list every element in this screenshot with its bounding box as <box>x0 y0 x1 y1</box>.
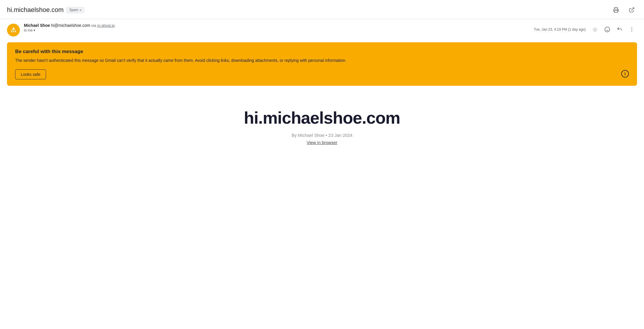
info-icon-button[interactable]: i <box>621 70 629 78</box>
warning-text: The sender hasn't authenticated this mes… <box>15 57 423 64</box>
star-icon: ☆ <box>592 26 598 33</box>
sender-info: Michael Shoe hi@michaelshoe.com via m.gh… <box>24 23 115 32</box>
sender-name-line: Michael Shoe hi@michaelshoe.com via m.gh… <box>24 23 115 28</box>
sender-name: Michael Shoe <box>24 23 50 28</box>
view-in-browser-link[interactable]: View in browser <box>307 140 337 145</box>
timestamp: Tue, Jan 23, 4:19 PM (1 day ago) <box>534 27 586 32</box>
email-header: hi.michaelshoe.com Spam × <box>0 0 644 19</box>
more-options-button[interactable] <box>627 24 637 35</box>
emoji-icon <box>604 27 610 32</box>
to-me-dropdown[interactable]: to me ▾ <box>24 28 115 32</box>
to-me-label: to me <box>24 28 33 32</box>
print-icon <box>613 7 619 13</box>
warning-title: Be careful with this message <box>15 49 629 55</box>
looks-safe-button[interactable]: Looks safe <box>15 69 46 79</box>
email-subject: hi.michaelshoe.com <box>7 6 64 14</box>
svg-rect-0 <box>615 10 617 13</box>
header-actions <box>611 5 637 15</box>
spam-label: Spam <box>69 8 78 12</box>
warning-icon: ⚠ <box>10 26 16 34</box>
avatar: ⚠ <box>7 24 20 36</box>
reply-button[interactable] <box>614 24 625 35</box>
open-external-button[interactable] <box>627 5 637 15</box>
spam-close-button[interactable]: × <box>80 8 82 12</box>
sender-right: Tue, Jan 23, 4:19 PM (1 day ago) ☆ <box>534 23 637 35</box>
more-icon <box>629 27 635 32</box>
print-button[interactable] <box>611 5 621 15</box>
sender-row: ⚠ Michael Shoe hi@michaelshoe.com via m.… <box>0 19 644 39</box>
svg-point-6 <box>631 27 632 28</box>
open-external-icon <box>629 7 635 13</box>
email-byline: By Michael Shoe • 23 Jan 2024 <box>292 133 353 138</box>
sender-left: ⚠ Michael Shoe hi@michaelshoe.com via m.… <box>7 23 115 36</box>
action-icons: ☆ <box>590 24 637 35</box>
chevron-down-icon: ▾ <box>34 28 35 32</box>
email-site-title: hi.michaelshoe.com <box>244 108 400 127</box>
star-button[interactable]: ☆ <box>590 24 600 35</box>
svg-line-2 <box>631 8 634 10</box>
svg-point-3 <box>605 27 610 32</box>
subject-row: hi.michaelshoe.com Spam × <box>7 6 84 14</box>
svg-point-8 <box>631 31 632 32</box>
reply-icon <box>617 27 622 32</box>
emoji-button[interactable] <box>602 24 613 35</box>
svg-point-1 <box>617 10 618 10</box>
svg-point-7 <box>631 29 632 30</box>
spam-badge: Spam × <box>66 7 84 13</box>
via-domain: m.ghost.io <box>97 23 115 28</box>
sender-email: hi@michaelshoe.com <box>51 23 90 28</box>
warning-banner: Be careful with this message The sender … <box>7 42 637 86</box>
via-label: via <box>91 23 96 28</box>
info-icon: i <box>624 71 626 76</box>
email-body: hi.michaelshoe.com By Michael Shoe • 23 … <box>0 90 644 168</box>
